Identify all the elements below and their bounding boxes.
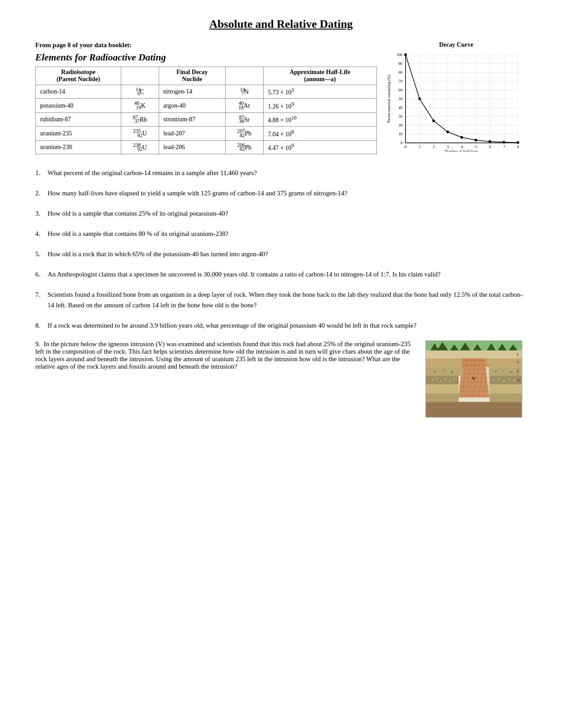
svg-point-49 [474,139,477,142]
parent-name: rubidium-87 [36,112,121,126]
svg-text:60: 60 [398,88,403,92]
question-number: 3. [35,208,44,219]
svg-text:100: 100 [397,52,403,57]
table-row: rubidium-878737Rbstrontium-878738Sr4.88 … [36,112,377,126]
question-text: If a rock was determined to be around 3.… [48,320,527,331]
svg-point-99 [436,378,437,380]
svg-text:80: 80 [398,70,403,75]
svg-point-91 [451,371,454,373]
svg-point-107 [509,379,510,380]
parent-name: potassium-40 [36,99,121,112]
daughter-name: lead-207 [159,127,225,140]
question-9-row: 9.In the picture below the igneous intru… [35,340,527,418]
svg-text:2: 2 [433,145,435,149]
svg-text:0: 0 [401,141,403,145]
question-text: In the picture below the igneous intrusi… [35,340,411,370]
col-header-final-decay: Final DecayNuclide [159,67,225,85]
daughter-name: nitrogen-14 [159,85,225,99]
svg-rect-95 [426,376,458,385]
daughter-name: lead-206 [159,140,225,154]
rock-layers-image: Z Y V [425,340,527,418]
question-9-text: 9.In the picture below the igneous intru… [35,340,412,370]
top-section: From page 8 of your data booklet: Elemen… [35,41,527,154]
svg-rect-111 [426,393,458,402]
svg-text:20: 20 [398,123,403,127]
question: 1. What percent of the original carbon-1… [35,168,527,178]
question: 3. How old is a sample that contains 25%… [35,208,527,219]
col-header-radioisotope: Radioisotope(Parent Nuclide) [36,67,121,85]
daughter-symbol: 4018Ar [225,99,263,112]
chart-title: Decay Curve [386,41,527,49]
question: 7. Scientists found a fossilized bone fr… [35,289,527,310]
parent-symbol: 23592U [121,127,159,140]
table-row: uranium-23823892Ulead-20620682Pb4.47 × 1… [36,140,377,154]
svg-text:4: 4 [461,145,463,149]
parent-name: uranium-238 [36,140,121,154]
svg-text:90: 90 [398,61,403,66]
svg-text:10: 10 [398,132,403,136]
chart-section: Decay Curve [386,41,527,152]
svg-point-46 [432,119,435,122]
question: 9.In the picture below the igneous intru… [35,340,527,418]
svg-point-92 [494,370,497,373]
question-number: 8. [35,320,44,331]
question-number: 4. [35,228,44,239]
svg-point-108 [514,380,515,381]
question: 8. If a rock was determined to be around… [35,320,527,331]
question-text: Scientists found a fossilized bone from … [48,289,527,310]
question-number: 5. [35,249,44,259]
svg-rect-113 [426,402,521,418]
half-life-value: 7.04 × 108 [263,127,376,140]
svg-point-105 [498,378,499,380]
daughter-symbol: 20682Pb [225,140,263,154]
parent-symbol: 8737Rb [121,112,159,126]
svg-text:50: 50 [398,97,403,101]
half-life-value: 4.47 × 109 [263,140,376,154]
svg-rect-63 [426,351,521,358]
col-header-parent-sym [121,67,159,85]
svg-point-106 [503,381,505,382]
half-life-value: 1.26 × 109 [263,99,376,112]
elements-title: Elements for Radioactive Dating [35,52,377,63]
svg-text:W: W [517,378,521,383]
half-life-value: 5.73 × 103 [263,85,376,99]
chart-container: 0 10 20 30 40 50 60 70 80 90 100 0 1 2 3… [386,50,522,152]
page-title: Absolute and Relative Dating [35,18,527,31]
svg-point-89 [433,370,436,373]
daughter-name: strontium-87 [159,112,225,126]
svg-point-51 [502,141,505,143]
parent-symbol: 146C [121,85,159,99]
svg-text:70: 70 [398,79,403,83]
svg-rect-109 [426,385,458,393]
question-text: How old is a sample that contains 80 % o… [48,228,527,239]
svg-point-47 [447,131,449,133]
parent-symbol: 4019K [121,99,159,112]
svg-rect-110 [490,385,522,393]
question-number: 9. [35,340,40,347]
svg-text:Z: Z [517,352,519,357]
svg-rect-112 [490,393,522,402]
svg-point-50 [488,140,491,143]
table-row: uranium-23523592Ulead-20720782Pb7.04 × 1… [36,127,377,140]
svg-text:40: 40 [398,105,403,110]
question-number: 1. [35,168,44,178]
svg-text:7: 7 [503,145,506,149]
svg-text:5: 5 [475,145,477,149]
question-text: What percent of the original carbon-14 r… [48,168,527,178]
svg-text:1: 1 [419,145,421,149]
svg-text:0: 0 [405,145,407,149]
questions-section: 1. What percent of the original carbon-1… [35,168,527,418]
svg-text:X: X [517,369,520,373]
svg-text:6: 6 [489,145,491,149]
svg-point-101 [445,379,446,380]
question-number: 6. [35,269,44,280]
question: 4. How old is a sample that contains 80 … [35,228,527,239]
rock-layers-svg: Z Y V [425,340,522,418]
svg-text:V: V [472,376,476,381]
daughter-symbol: 147N [225,85,263,99]
svg-point-98 [432,380,433,381]
parent-name: uranium-235 [36,127,121,140]
question-number: 7. [35,289,44,300]
svg-text:Parent material remaining (%): Parent material remaining (%) [387,75,391,123]
parent-symbol: 23892U [121,140,159,154]
